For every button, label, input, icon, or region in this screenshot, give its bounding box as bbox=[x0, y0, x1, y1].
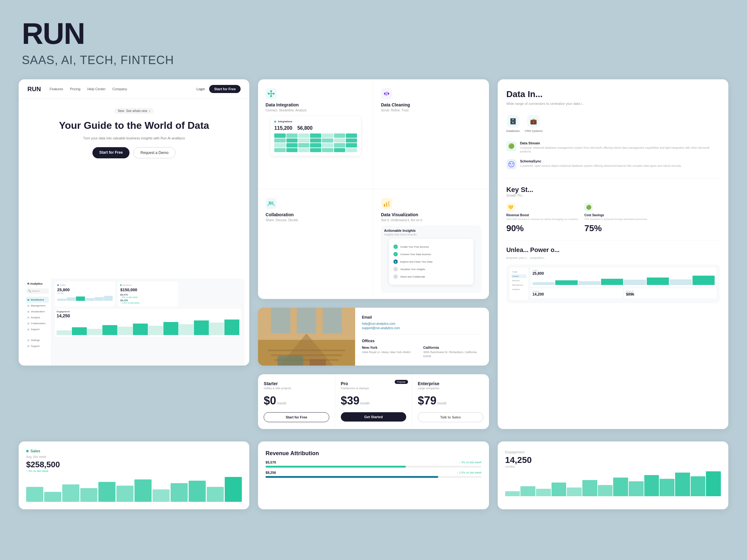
step-4-check bbox=[393, 267, 398, 271]
dash-nav-settings[interactable]: Settings bbox=[26, 337, 49, 343]
dash-nav-analysis[interactable]: Analysis bbox=[26, 315, 49, 320]
hero-buttons: Start for Free Request a Demo bbox=[30, 147, 238, 158]
enterprise-cta-button[interactable]: Talk to Sales bbox=[418, 412, 483, 422]
email-2[interactable]: support@run-analytics.com bbox=[362, 326, 482, 330]
data-visualization-icon bbox=[381, 198, 392, 209]
dash-nav-support[interactable]: Support bbox=[26, 326, 49, 332]
steps-card: ✓ Create Your Free Account ✓ Connect You… bbox=[389, 239, 473, 285]
contact-image bbox=[258, 308, 355, 366]
svg-rect-23 bbox=[278, 356, 304, 366]
dash-nav-collaboration[interactable]: Collaboration bbox=[26, 320, 49, 326]
mini-widget-3: Revenue $89k bbox=[624, 288, 717, 298]
request-demo-button[interactable]: Request a Demo bbox=[133, 147, 176, 158]
svg-point-7 bbox=[268, 201, 271, 204]
contact-divider bbox=[362, 334, 482, 335]
feature-desc-1: Scrub. Refine. Trust. bbox=[381, 109, 482, 112]
revenue-widget: Revenue $150,000 $5,570 ↑ 3% vs last wee… bbox=[118, 282, 178, 306]
nav-pricing[interactable]: Pricing bbox=[70, 87, 81, 91]
mini-nav-revenue[interactable]: Revenue bbox=[511, 279, 526, 283]
crm-icon: 💼 bbox=[527, 115, 540, 128]
di-item-schemasync: SchemaSync A powerful, open-source objec… bbox=[507, 159, 720, 169]
offices-section-title: Offices bbox=[362, 339, 482, 343]
di-item-datastream: 🟢 Data Stream A popular relational datab… bbox=[507, 141, 720, 154]
svg-rect-22 bbox=[323, 308, 342, 334]
engage-label: Engagement bbox=[505, 450, 721, 454]
dash-sidebar: R Analytics 🔍 Search Dashboard Managemen… bbox=[24, 278, 52, 366]
svg-point-8 bbox=[271, 201, 274, 204]
dash-nav-dashboard[interactable]: Dashboard bbox=[26, 297, 49, 303]
contact-info: Email help@run-analytics.com support@run… bbox=[355, 308, 489, 366]
mini-nav-audience[interactable]: Audience bbox=[511, 288, 526, 291]
dash-search[interactable]: 🔍 Search bbox=[26, 288, 49, 294]
di-subtitle: Wide range of connectors to centralize y… bbox=[507, 101, 720, 106]
rev-title: Revenue Attribution bbox=[265, 450, 481, 457]
mini-traffic-widget: Traffic 25,800 bbox=[531, 268, 717, 287]
svg-point-28 bbox=[511, 165, 512, 166]
hero-badge: New See whats new › bbox=[114, 108, 154, 114]
avg-label: Avg. this week bbox=[26, 455, 242, 459]
hero-nav-actions: Login Start for Free bbox=[197, 85, 240, 93]
svg-rect-11 bbox=[386, 202, 387, 207]
datastream-icon: 🟢 bbox=[507, 141, 516, 151]
cards-grid: RUN Features Pricing Help Center Company… bbox=[0, 79, 747, 442]
key-stats-section: Key St... Growth Thr... 💛 Revenue Boost … bbox=[507, 178, 720, 233]
data-integration-icon bbox=[265, 88, 277, 99]
hero-logo: RUN bbox=[27, 85, 41, 93]
databases-icon: 🗄️ bbox=[507, 115, 519, 128]
login-button[interactable]: Login bbox=[197, 87, 205, 91]
dash-main: Traffic 25,800 monthly bbox=[52, 278, 244, 366]
mini-main: Traffic 25,800 bbox=[531, 268, 717, 300]
plan-pro: Popular Pro Freelancers & startups $39 /… bbox=[335, 374, 412, 429]
svg-point-4 bbox=[270, 95, 272, 97]
dash-nav-support2[interactable]: Support bbox=[26, 343, 49, 349]
feature-data-cleaning: Data Cleaning Scrub. Refine. Trust. bbox=[374, 79, 489, 189]
mini-nav-content[interactable]: Content bbox=[511, 274, 526, 278]
hero-card: RUN Features Pricing Help Center Company… bbox=[19, 79, 249, 366]
email-1[interactable]: help@run-analytics.com bbox=[362, 322, 482, 325]
mini-nav-management[interactable]: Management bbox=[511, 283, 526, 287]
badge-link[interactable]: See whats new bbox=[126, 109, 147, 113]
rev-metric-1: $5,570 bbox=[265, 460, 276, 464]
step-1-check: ✓ bbox=[393, 244, 398, 249]
mini-widget-2: Content 14,200 bbox=[531, 288, 623, 298]
feature-desc-3: See it. Understand it. Act on it. bbox=[381, 218, 482, 222]
engagement-card: Engagement 14,250 monthly bbox=[498, 442, 728, 509]
nav-help[interactable]: Help Center bbox=[87, 87, 105, 91]
start-for-free-button[interactable]: Start for Free bbox=[93, 147, 129, 158]
integration-label: Integrations bbox=[278, 120, 292, 123]
mini-nav-traffic[interactable]: Traffic bbox=[511, 270, 526, 274]
office-california: California 3005 Ranchview Dr. Richardson… bbox=[423, 346, 482, 358]
features-grid: Data Integration Connect. Streamline. An… bbox=[258, 79, 489, 299]
brand-title: RUN bbox=[22, 19, 725, 49]
schemasync-icon bbox=[507, 159, 516, 169]
dash-widgets: Traffic 25,800 monthly bbox=[55, 282, 241, 306]
svg-point-2 bbox=[273, 93, 275, 95]
sales-label: Sales bbox=[30, 449, 40, 453]
office-newyork: New-York 2464 Royal Ln. Mesa, New York 4… bbox=[362, 346, 421, 358]
actionable-title: Actionable Insights bbox=[384, 229, 479, 232]
rev-change-2: ↑ 1.5% vs last week bbox=[457, 471, 482, 474]
pro-badge: Popular bbox=[395, 380, 408, 384]
nav-company[interactable]: Company bbox=[112, 87, 127, 91]
engage-chart bbox=[505, 471, 721, 496]
engage-sub: monthly bbox=[505, 465, 721, 468]
feature-title-2: Collaboration bbox=[265, 212, 366, 217]
svg-rect-24 bbox=[310, 359, 326, 366]
stat-revenue: 💛 Revenue Boost Over 90% increase in rev… bbox=[507, 203, 578, 233]
integration-card: Integrations 115,200 56,800 bbox=[271, 116, 361, 156]
dash-nav-management[interactable]: Management bbox=[26, 303, 49, 309]
pro-cta-button[interactable]: Get Started bbox=[341, 412, 406, 422]
actionable-desc: Insights that Drive Results. bbox=[384, 233, 479, 236]
traffic-widget: Traffic 25,800 monthly bbox=[55, 282, 115, 306]
feature-desc-0: Connect. Streamline. Analyze. bbox=[265, 109, 366, 112]
dash-nav-visualization[interactable]: Visualization bbox=[26, 309, 49, 315]
savings-icon: 🟢 bbox=[584, 203, 593, 212]
widget-spacer bbox=[181, 282, 181, 306]
stat-cost: 🟢 Cost Savings 75% reduction in achieved… bbox=[584, 203, 647, 233]
nav-features[interactable]: Features bbox=[50, 87, 63, 91]
offices-grid: New-York 2464 Royal Ln. Mesa, New York 4… bbox=[362, 346, 482, 358]
step-3-check: ● bbox=[393, 260, 398, 264]
start-for-free-nav-button[interactable]: Start for Free bbox=[209, 85, 240, 93]
starter-cta-button[interactable]: Start for Free bbox=[264, 412, 329, 422]
svg-rect-12 bbox=[388, 201, 389, 207]
